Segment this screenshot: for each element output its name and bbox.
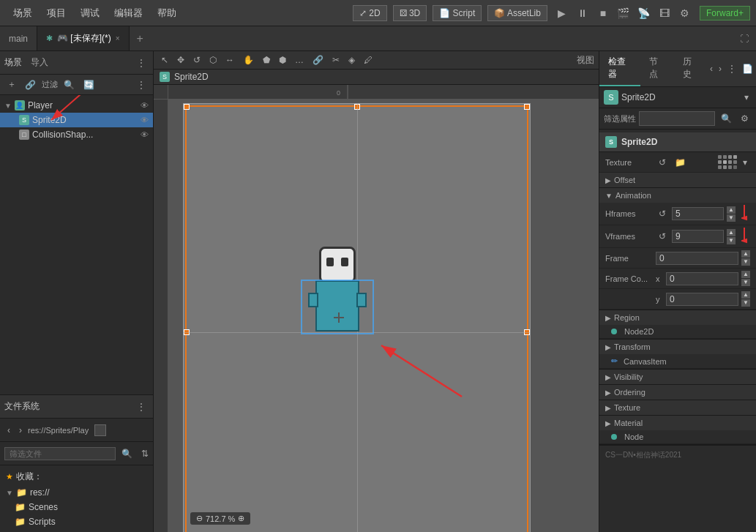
player-eye-button[interactable]: 👁 bbox=[141, 101, 149, 110]
menu-editor[interactable]: 编辑器 bbox=[107, 4, 150, 23]
texture-load-button[interactable]: 📁 bbox=[672, 156, 689, 169]
filter-config-button[interactable]: ⚙ bbox=[738, 112, 752, 125]
filter-button[interactable]: 🔍 bbox=[61, 78, 78, 91]
tool-ruler[interactable]: ⬟ bbox=[260, 53, 273, 67]
settings-button[interactable]: ⚙ bbox=[676, 4, 694, 22]
vframes-down[interactable]: ▼ bbox=[727, 237, 736, 244]
texture2-header[interactable]: ▶ Texture bbox=[599, 400, 756, 415]
tab-inspector[interactable]: 检查器 bbox=[599, 51, 640, 86]
menu-help[interactable]: 帮助 bbox=[150, 4, 184, 23]
assetlib-button[interactable]: 📦 AssetLib bbox=[487, 5, 547, 21]
play-button[interactable]: ▶ bbox=[553, 4, 571, 22]
tool-pin[interactable]: ◈ bbox=[345, 53, 358, 67]
file-more-button[interactable]: ⋮ bbox=[134, 400, 149, 413]
scene-settings-button[interactable]: ⋮ bbox=[134, 78, 149, 91]
filter-search-button[interactable]: 🔍 bbox=[718, 112, 735, 125]
movie-button[interactable]: 🎞 bbox=[656, 4, 673, 22]
tool-pan[interactable]: ✋ bbox=[240, 53, 257, 67]
frame-down[interactable]: ▼ bbox=[741, 258, 750, 266]
tool-transform[interactable]: ↔ bbox=[222, 53, 237, 67]
frame-coord-y-input[interactable] bbox=[666, 293, 738, 306]
visibility-header[interactable]: ▶ Visibility bbox=[599, 370, 756, 384]
tool-rotate[interactable]: ↺ bbox=[190, 53, 203, 67]
frame-coord-y-up[interactable]: ▲ bbox=[741, 291, 750, 299]
animation-header[interactable]: ▼ Animation bbox=[599, 188, 756, 203]
frame-coord-x-up[interactable]: ▲ bbox=[741, 271, 750, 278]
frame-coord-y-spin[interactable]: ▲ ▼ bbox=[741, 291, 750, 307]
hframes-up[interactable]: ▲ bbox=[727, 206, 736, 214]
renderer-button[interactable]: Forward+ bbox=[700, 6, 750, 20]
inspector-filter-input[interactable] bbox=[639, 111, 715, 126]
insp-more-button[interactable]: ⋮ bbox=[725, 62, 739, 75]
hframes-down[interactable]: ▼ bbox=[727, 214, 736, 222]
frame-coord-y-down[interactable]: ▼ bbox=[741, 299, 750, 307]
file-forward-button[interactable]: › bbox=[16, 424, 25, 437]
tab-nodes[interactable]: 节点 bbox=[640, 51, 673, 86]
transform-header[interactable]: ▶ Transform bbox=[599, 340, 756, 354]
vframes-up[interactable]: ▲ bbox=[727, 229, 736, 236]
frame-coord-x-input[interactable] bbox=[666, 272, 738, 285]
menu-debug[interactable]: 调试 bbox=[73, 4, 107, 23]
tree-item-sprite2d[interactable]: S Sprite2D 👁 bbox=[0, 113, 153, 127]
frame-input[interactable] bbox=[656, 252, 738, 265]
texture-options-button[interactable]: ▾ bbox=[740, 156, 750, 169]
file-sort-button[interactable]: ⇅ bbox=[138, 447, 151, 460]
refresh-button[interactable]: 🔄 bbox=[81, 78, 97, 91]
viewport-area[interactable]: 0 bbox=[154, 85, 599, 532]
frame-coord-x-spin[interactable]: ▲ ▼ bbox=[741, 271, 750, 286]
collision-eye-button[interactable]: 👁 bbox=[141, 130, 149, 139]
tab-history[interactable]: 历史 bbox=[674, 51, 707, 86]
tab-add-button[interactable]: + bbox=[130, 32, 151, 45]
tab-maximize-button[interactable]: ⛶ bbox=[733, 34, 756, 44]
hframes-reset[interactable]: ↺ bbox=[656, 207, 669, 220]
handle-top-right[interactable] bbox=[524, 104, 530, 110]
file-scenes[interactable]: 📁 Scenes bbox=[0, 500, 153, 514]
view-label[interactable]: 视图 bbox=[577, 54, 594, 67]
step-button[interactable]: 🎬 bbox=[615, 4, 632, 22]
sprite2d-eye-button[interactable]: 👁 bbox=[141, 116, 149, 124]
vframes-input[interactable] bbox=[672, 230, 724, 243]
tool-select[interactable]: ↖ bbox=[158, 53, 171, 67]
tree-item-player[interactable]: ▼ 👤 Player 👁 bbox=[0, 98, 153, 113]
script-button[interactable]: 📄 Script bbox=[433, 5, 482, 21]
add-node-button[interactable]: ＋ bbox=[4, 77, 19, 92]
tab-main[interactable]: main bbox=[0, 26, 37, 50]
tool-more[interactable]: … bbox=[292, 53, 307, 67]
frame-up[interactable]: ▲ bbox=[741, 250, 750, 258]
pause-button[interactable]: ⏸ bbox=[574, 4, 591, 22]
tool-move[interactable]: ✥ bbox=[174, 53, 187, 67]
menu-scene[interactable]: 场景 bbox=[6, 4, 40, 23]
frame-spin[interactable]: ▲ ▼ bbox=[741, 250, 750, 266]
tool-grid[interactable]: ⬢ bbox=[276, 53, 289, 67]
file-res[interactable]: ▼ 📁 res:// bbox=[0, 485, 153, 500]
file-scripts[interactable]: 📁 Scripts bbox=[0, 514, 153, 529]
menu-project[interactable]: 项目 bbox=[40, 4, 73, 23]
vframes-reset[interactable]: ↺ bbox=[656, 230, 669, 243]
tab-unsaved[interactable]: ✱ 🎮 [未保存](*) × bbox=[37, 26, 130, 50]
material-header[interactable]: ▶ Material bbox=[599, 416, 756, 430]
insp-prev-button[interactable]: ‹ bbox=[707, 62, 716, 75]
tool-scale[interactable]: ⬡ bbox=[206, 53, 220, 67]
node-selector-dropdown[interactable]: ▾ bbox=[741, 91, 752, 104]
file-filter-input[interactable] bbox=[4, 447, 116, 460]
hframes-spin[interactable]: ▲ ▼ bbox=[727, 206, 736, 222]
import-title[interactable]: 导入 bbox=[31, 56, 48, 69]
zoom-minus[interactable]: ⊖ bbox=[196, 514, 203, 523]
region-header[interactable]: ▶ Region bbox=[599, 310, 756, 325]
remote-button[interactable]: 📡 bbox=[635, 4, 653, 22]
tool-link[interactable]: 🔗 bbox=[310, 53, 326, 67]
vframes-spin[interactable]: ▲ ▼ bbox=[727, 229, 736, 244]
hframes-input[interactable] bbox=[672, 207, 724, 220]
link-button[interactable]: 🔗 bbox=[22, 78, 39, 91]
ordering-header[interactable]: ▶ Ordering bbox=[599, 385, 756, 400]
tool-cut[interactable]: ✂ bbox=[329, 53, 343, 67]
handle-top-left[interactable] bbox=[184, 104, 190, 110]
tool-pencil[interactable]: 🖊 bbox=[361, 53, 375, 67]
scene-more-button[interactable]: ⋮ bbox=[134, 56, 149, 70]
tab-close-button[interactable]: × bbox=[116, 34, 120, 42]
zoom-plus[interactable]: ⊕ bbox=[238, 514, 244, 523]
mode-2d-button[interactable]: ⤢ 2D bbox=[353, 5, 387, 21]
stop-button[interactable]: ■ bbox=[594, 4, 612, 22]
frame-coord-x-down[interactable]: ▼ bbox=[741, 279, 750, 286]
file-filter-button[interactable]: 🔍 bbox=[119, 447, 135, 460]
